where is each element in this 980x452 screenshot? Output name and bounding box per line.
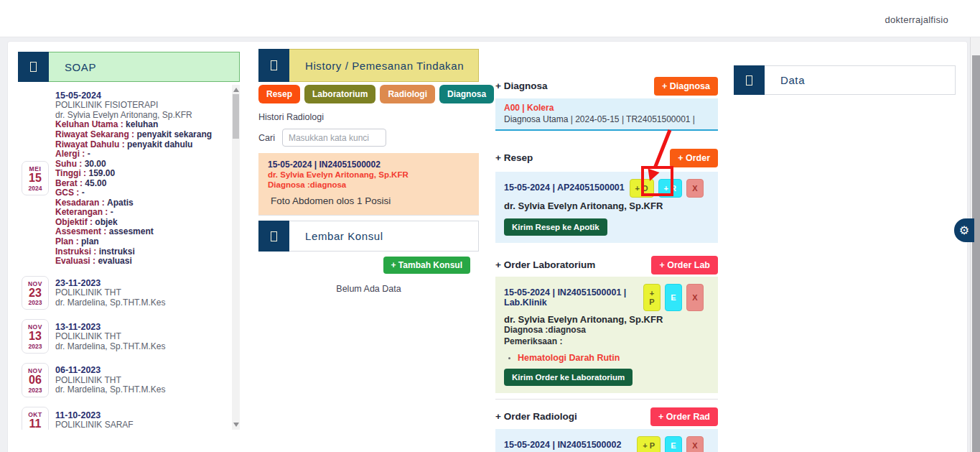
tab-diagnosa[interactable]: Diagnosa [439, 85, 494, 103]
add-order-rad-button[interactable]: + Order Rad [650, 407, 718, 426]
entry-date: 23-11-2023 [55, 278, 165, 288]
field-label: Evaluasi : [55, 256, 95, 266]
scroll-down-icon[interactable] [233, 423, 239, 427]
search-input[interactable] [282, 129, 386, 147]
lab-card-header: 15-05-2024 | IN24051500001 | Lab.Klinik [504, 284, 643, 308]
radiology-card-doctor: dr. Sylvia Evelyn Aritonang, Sp.KFR [268, 170, 470, 180]
entry-clinic: POLIKLINIK THT [55, 376, 165, 386]
soap-panel-header: SOAP [18, 52, 240, 82]
field-label: Assesment : [55, 226, 106, 236]
radiology-history-card[interactable]: 15-05-2024 | IN24051500002 dr. Sylvia Ev… [258, 153, 479, 215]
date-badge: MEI 15 2024 [22, 161, 49, 195]
field-label: Keterangan : [55, 207, 108, 217]
badge-year: 2024 [22, 185, 48, 192]
lab-add-pemeriksaan-button[interactable]: + P [643, 284, 661, 311]
timeline-entry[interactable]: NOV 23 2023 23-11-2023 POLIKLINIK THT dr… [22, 276, 227, 310]
data-panel-header: Data [734, 65, 956, 95]
field-label: Instruksi : [55, 246, 96, 257]
field-value: objek [95, 217, 117, 227]
field-label: Suhu : [55, 159, 82, 169]
field-label: Riwayat Sekarang : [55, 129, 134, 139]
entry-doctor: dr. Mardelina, Sp.THT.M.Kes [55, 385, 165, 395]
field-label: Riwayat Dahulu : [55, 139, 125, 149]
resep-card-header: 15-05-2024 | AP24051500001 [504, 179, 625, 193]
field-value: 45.00 [85, 178, 106, 188]
field-value: assesment [109, 226, 154, 236]
date-badge: NOV 13 2023 [22, 319, 49, 354]
lab-edit-button[interactable]: E [665, 284, 682, 311]
date-badge: NOV 06 2023 [22, 363, 49, 397]
badge-year: 2023 [22, 343, 48, 350]
entry-date: 15-05-2024 [55, 91, 212, 101]
field-value: instruksi [99, 246, 135, 257]
field-value: - [82, 188, 85, 198]
timeline-entry[interactable]: NOV 06 2023 06-11-2023 POLIKLINIK THT dr… [22, 363, 227, 397]
send-resep-button[interactable]: Kirim Resep ke Apotik [504, 218, 607, 236]
konsul-panel-icon-box [258, 221, 289, 252]
diagnosa-code: A00 | Kolera [504, 103, 709, 113]
history-panel-header: History / Pemesanan Tindakan [258, 49, 479, 82]
rad-card-header: 15-05-2024 | IN24051500002 [504, 436, 621, 450]
scrollbar-thumb[interactable] [233, 94, 239, 139]
field-value: Apatis [107, 198, 134, 208]
diagnosa-card[interactable]: A00 | Kolera Diagnosa Utama | 2024-05-15… [495, 98, 718, 131]
rad-delete-button[interactable]: X [686, 436, 704, 452]
field-value: keluhan [126, 119, 158, 129]
page-scrollbar[interactable] [970, 37, 980, 452]
radiology-card-procedure: Foto Abdomen olos 1 Posisi [268, 195, 470, 206]
lab-order-card: 15-05-2024 | IN24051500001 | Lab.Klinik … [495, 277, 718, 393]
entry-doctor: dr. Mardelina, Sp.THT.M.Kes [55, 342, 165, 352]
divider [258, 215, 479, 216]
logged-in-user[interactable]: dokterrajalfisio [885, 14, 948, 25]
konsul-icon [271, 231, 277, 241]
add-order-resep-button[interactable]: + Order [670, 149, 718, 167]
rad-edit-button[interactable]: E [665, 436, 682, 452]
field-label: Berat : [55, 178, 83, 188]
timeline-entry[interactable]: MEI 15 2024 15-05-2024 POLIKLINIK FISIOT… [22, 91, 227, 267]
tab-laboratorium[interactable]: Laboratorium [304, 85, 375, 103]
field-value: plan [81, 236, 99, 246]
lab-card-pemeriksaan-label: Pemeriksaan : [504, 336, 709, 348]
konsul-empty-text: Belum Ada Data [258, 284, 479, 294]
timeline-entry[interactable]: NOV 13 2023 13-11-2023 POLIKLINIK THT dr… [22, 319, 227, 354]
entry-clinic: POLIKLINIK THT [55, 288, 165, 298]
rad-section-heading: + Order Radiologi [495, 411, 577, 422]
badge-day: 13 [22, 331, 48, 343]
lab-delete-button[interactable]: X [686, 284, 704, 311]
badge-day: 15 [22, 172, 48, 185]
badge-day: 23 [22, 287, 48, 300]
field-label: GCS : [55, 188, 79, 198]
rad-add-pemeriksaan-button[interactable]: + P [637, 436, 661, 452]
scroll-up-icon[interactable] [233, 88, 239, 92]
add-diagnosa-button[interactable]: + Diagnosa [654, 77, 718, 96]
page-scrollbar-thumb[interactable] [972, 55, 980, 452]
entry-clinic: POLIKLINIK THT [55, 332, 165, 342]
settings-button[interactable]: ⚙ [954, 218, 974, 242]
lab-card-doctor: dr. Sylvia Evelyn Aritonang, Sp.KFR [504, 314, 709, 325]
soap-timeline: MEI 15 2024 15-05-2024 POLIKLINIK FISIOT… [18, 85, 240, 430]
add-order-lab-button[interactable]: + Order Lab [651, 256, 718, 275]
field-label: Objektif : [55, 217, 93, 227]
timeline-entry[interactable]: OKT 11 11-10-2023 POLIKLINIK SARAF [22, 407, 227, 430]
date-badge: NOV 23 2023 [22, 276, 49, 310]
date-badge: OKT 11 [22, 407, 49, 430]
search-label: Cari [258, 133, 275, 143]
history-section-label: Histori Radiologi [258, 112, 479, 122]
tab-radiologi[interactable]: Radiologi [380, 85, 435, 103]
data-panel-icon-box [734, 65, 765, 95]
resep-delete-button[interactable]: X [686, 179, 704, 198]
tab-resep[interactable]: Resep [258, 85, 300, 103]
diagnosa-section-heading: + Diagnosa [495, 80, 547, 91]
send-lab-order-button[interactable]: Kirim Order ke Laboratorium [504, 369, 633, 386]
field-label: Plan : [55, 236, 79, 246]
field-value: penyakit dahulu [127, 139, 192, 149]
history-panel-icon-box [258, 49, 289, 82]
entry-doctor: dr. Mardelina, Sp.THT.M.Kes [55, 298, 165, 308]
soap-icon [30, 62, 37, 72]
soap-scrollbar[interactable] [232, 85, 240, 430]
field-value: - [88, 149, 90, 159]
data-icon [746, 75, 752, 86]
resep-add-racikan-button[interactable]: + R [658, 179, 682, 198]
add-konsul-button[interactable]: + Tambah Konsul [383, 257, 470, 274]
resep-add-obat-button[interactable]: + O [630, 179, 654, 198]
